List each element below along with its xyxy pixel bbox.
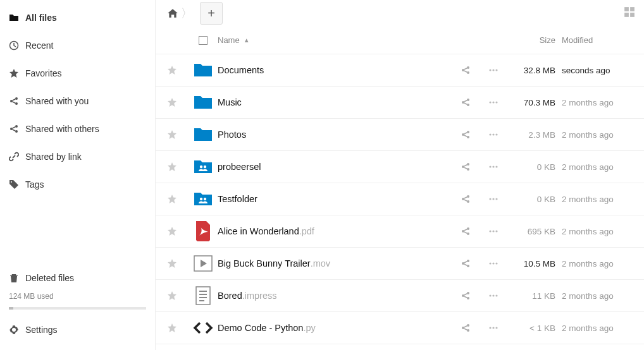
more-actions-icon[interactable] [480,194,507,204]
more-actions-icon[interactable] [480,65,507,75]
share-icon[interactable] [452,97,480,107]
share-icon[interactable] [452,194,480,204]
sidebar-item-tags[interactable]: Tags [0,171,155,198]
file-type-icon [189,126,218,143]
file-type-icon [189,221,218,241]
svg-point-33 [467,168,469,171]
sidebar-item-label: Shared by link [25,152,82,162]
sidebar-item-shared-with-others[interactable]: Shared with others [0,115,155,143]
file-name[interactable]: Demo Code - Python.py [218,323,452,333]
file-size: 0 KB [507,195,562,204]
file-name[interactable]: Bored.impress [218,291,452,301]
file-name[interactable]: Big Buck Bunny Trailer.mov [218,258,452,269]
favorite-star-icon[interactable] [167,65,177,75]
sidebar-bottom: Deleted files 124 MB used Settings [0,264,155,350]
favorite-star-icon[interactable] [167,162,177,172]
tag-icon [9,179,25,190]
file-name[interactable]: Alice in Wonderland.pdf [218,226,452,236]
more-actions-icon[interactable] [480,291,507,301]
file-type-icon [189,61,218,79]
file-name[interactable]: Music [218,97,452,107]
more-actions-icon[interactable] [480,226,507,236]
table-row: Music70.3 MB2 months ago [156,87,644,119]
select-all-checkbox[interactable] [189,36,218,45]
file-modified: 2 months ago [562,291,644,301]
file-modified: 2 months ago [562,259,644,269]
share-icon[interactable] [452,65,480,75]
gear-icon [9,325,25,335]
more-actions-icon[interactable] [480,97,507,107]
share-icon[interactable] [452,226,480,236]
svg-point-30 [204,166,206,168]
sidebar-item-shared-with-you[interactable]: Shared with you [0,87,155,115]
svg-rect-8 [630,7,635,11]
sidebar-item-deleted[interactable]: Deleted files [0,264,155,292]
quota-bar [9,307,146,310]
header-modified[interactable]: Modified [562,35,644,45]
file-size: 0 KB [507,162,562,172]
favorite-star-icon[interactable] [167,258,177,269]
file-type-icon [189,158,218,176]
share-icon[interactable] [452,258,480,269]
file-modified: 2 months ago [562,323,644,333]
svg-point-66 [467,324,469,327]
svg-point-25 [467,136,469,138]
svg-point-62 [489,294,491,296]
file-size: 70.3 MB [507,98,562,107]
more-actions-icon[interactable] [480,323,507,333]
file-extension: .impress [242,291,277,301]
favorite-star-icon[interactable] [167,323,177,333]
sidebar-item-label: All files [25,13,57,23]
table-row: Alice in Wonderland.pdf695 KB2 months ag… [156,215,644,248]
svg-rect-7 [624,7,629,11]
share-icon[interactable] [452,130,480,140]
home-icon[interactable] [167,8,178,19]
sidebar-item-all-files[interactable]: All files [0,4,155,32]
svg-point-53 [467,260,469,262]
svg-point-24 [467,131,469,133]
file-name[interactable]: Photos [218,130,452,140]
sort-asc-icon: ▲ [244,37,250,44]
svg-point-28 [495,133,497,135]
view-toggle-icon[interactable] [624,6,635,18]
more-actions-icon[interactable] [480,258,507,269]
svg-point-26 [489,133,491,135]
svg-point-44 [495,198,497,200]
file-size: 2.3 MB [507,130,562,140]
sidebar-item-label: Settings [25,325,58,335]
svg-point-49 [492,230,494,232]
svg-point-41 [467,200,469,203]
svg-point-56 [492,262,494,264]
table-row: Photos2.3 MB2 months ago [156,119,644,151]
trash-icon [9,273,25,283]
file-size: 11 KB [507,291,562,301]
svg-point-14 [489,69,491,71]
sidebar-item-favorites[interactable]: Favorites [0,59,155,87]
file-name[interactable]: Documents [218,65,452,75]
share-icon[interactable] [452,291,480,301]
header-size[interactable]: Size [507,35,562,45]
file-modified: 2 months ago [562,227,644,236]
favorite-star-icon[interactable] [167,194,177,204]
sidebar-item-shared-by-link[interactable]: Shared by link [0,143,155,171]
share-icon[interactable] [452,323,480,333]
favorite-star-icon[interactable] [167,97,177,107]
sidebar-item-recent[interactable]: Recent [0,32,155,59]
favorite-star-icon[interactable] [167,291,177,301]
add-button[interactable]: + [200,2,223,25]
svg-point-19 [467,104,469,106]
favorite-star-icon[interactable] [167,130,177,140]
file-name[interactable]: probeersel [218,162,452,172]
quota-text: 124 MB used [0,292,155,305]
svg-point-3 [15,102,18,105]
svg-point-40 [467,195,469,198]
svg-point-39 [462,198,464,200]
favorite-star-icon[interactable] [167,226,177,236]
sidebar-item-settings[interactable]: Settings [0,316,155,344]
more-actions-icon[interactable] [480,162,507,172]
share-icon[interactable] [452,162,480,172]
header-name[interactable]: Name ▲ [218,35,452,45]
more-actions-icon[interactable] [480,130,507,140]
main: 〉 + Name ▲ Size Modified Documents32.8 M… [156,0,644,350]
file-name[interactable]: Testfolder [218,194,452,204]
